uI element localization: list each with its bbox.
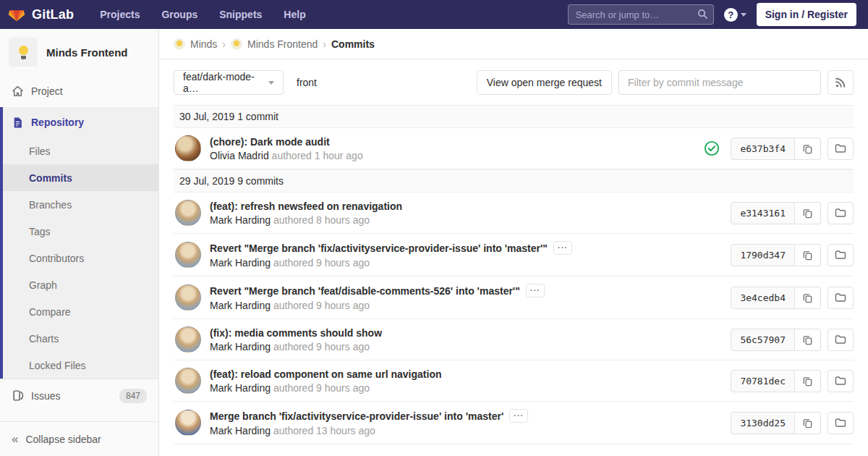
commit-time: authored 9 hours ago xyxy=(273,382,370,394)
avatar[interactable] xyxy=(175,135,201,161)
commit-sha: 1790d347 xyxy=(731,244,795,266)
commit-title[interactable]: (feat): refresh newsfeed on renavigation xyxy=(210,200,402,212)
commit-sha: 3e4cedb4 xyxy=(731,287,795,309)
signin-register-button[interactable]: Sign in / Register xyxy=(757,3,856,26)
sidebar-item-project[interactable]: Project xyxy=(0,75,158,107)
sidebar-item-compare[interactable]: Compare xyxy=(3,298,158,325)
browse-files-button[interactable] xyxy=(827,287,854,309)
copy-sha-button[interactable] xyxy=(795,370,821,392)
copy-sha-button[interactable] xyxy=(795,138,821,160)
rss-icon xyxy=(835,77,846,88)
copy-sha-button[interactable] xyxy=(795,329,821,351)
expand-commit-description-button[interactable]: ··· xyxy=(526,284,545,297)
chevron-down-icon xyxy=(268,81,274,85)
project-title: Minds Frontend xyxy=(46,46,128,59)
commit-title[interactable]: Revert "Merge branch 'feat/disable-comme… xyxy=(210,285,520,297)
brand-text: GitLab xyxy=(32,7,74,22)
folder-icon xyxy=(835,375,846,387)
browse-files-button[interactable] xyxy=(827,370,854,392)
avatar[interactable] xyxy=(175,326,201,352)
folder-icon xyxy=(835,143,846,154)
group-avatar xyxy=(174,38,185,50)
copy-sha-button[interactable] xyxy=(795,412,821,434)
browse-files-button[interactable] xyxy=(827,244,854,266)
project-avatar xyxy=(9,38,38,67)
commit-author[interactable]: Mark Harding xyxy=(210,300,271,311)
commit-title[interactable]: Merge branch 'fix/activityservice-provid… xyxy=(210,410,503,422)
copy-icon xyxy=(802,250,813,261)
sidebar-item-tags[interactable]: Tags xyxy=(3,218,158,245)
breadcrumb-separator: › xyxy=(222,38,226,50)
commit-author[interactable]: Mark Harding xyxy=(210,382,271,394)
browse-files-button[interactable] xyxy=(827,412,854,434)
commit-title[interactable]: (fix): media comments should show xyxy=(210,327,382,339)
breadcrumb-project[interactable]: Minds Frontend xyxy=(231,38,318,50)
branch-selector[interactable]: feat/dark-mode-a… xyxy=(174,70,284,95)
breadcrumb-group[interactable]: Minds xyxy=(174,38,217,50)
commit-author[interactable]: Mark Harding xyxy=(210,214,271,226)
sidebar-item-graph[interactable]: Graph xyxy=(3,271,158,298)
expand-commit-description-button[interactable]: ··· xyxy=(509,409,528,423)
expand-commit-description-button[interactable]: ··· xyxy=(553,241,572,255)
commit-sha: 56c57907 xyxy=(731,329,795,351)
commits-feed-button[interactable] xyxy=(827,70,854,95)
global-search xyxy=(568,4,714,25)
copy-icon xyxy=(802,292,813,303)
sidebar-item-files[interactable]: Files xyxy=(3,138,158,164)
folder-icon xyxy=(835,334,846,345)
commit-time: authored 13 hours ago xyxy=(273,425,375,436)
avatar[interactable] xyxy=(175,242,201,268)
help-menu[interactable]: ? xyxy=(724,8,746,22)
browse-files-button[interactable] xyxy=(827,138,854,160)
commit-author[interactable]: Mark Harding xyxy=(210,341,271,352)
nav-link-help[interactable]: Help xyxy=(275,0,314,29)
top-navbar: GitLab Projects Groups Snippets Help ? S… xyxy=(0,0,868,29)
nav-link-projects[interactable]: Projects xyxy=(91,0,148,29)
commit-date-header: 30 Jul, 2019 1 commit xyxy=(174,105,854,128)
sidebar-item-branches[interactable]: Branches xyxy=(3,191,158,218)
commit-title[interactable]: (chore): Dark mode audit xyxy=(210,136,330,148)
issues-icon xyxy=(12,389,24,402)
collapse-sidebar-button[interactable]: « Collapse sidebar xyxy=(0,421,158,456)
help-icon: ? xyxy=(724,8,738,22)
commit-filter-input[interactable] xyxy=(618,70,821,95)
commit-title[interactable]: (feat): reload component on same url nav… xyxy=(210,368,441,380)
copy-sha-button[interactable] xyxy=(795,287,821,309)
commit-sha: e3143161 xyxy=(731,202,795,224)
pipeline-passed-icon[interactable] xyxy=(704,140,720,156)
avatar[interactable] xyxy=(175,200,201,226)
gitlab-logo[interactable]: GitLab xyxy=(7,5,74,24)
copy-sha-button[interactable] xyxy=(795,244,821,266)
commit-row: (fix): media comments should show Mark H… xyxy=(174,319,854,360)
commit-row: (chore): Dark mode audit Olivia Madrid a… xyxy=(174,128,854,169)
nav-link-snippets[interactable]: Snippets xyxy=(210,0,271,29)
browse-files-button[interactable] xyxy=(827,202,854,224)
commit-title[interactable]: Revert "Merge branch 'fix/activityservic… xyxy=(210,242,548,254)
commit-author[interactable]: Olivia Madrid xyxy=(210,150,269,161)
sidebar-item-charts[interactable]: Charts xyxy=(3,325,158,352)
left-sidebar: Minds Frontend Project Repository Files … xyxy=(0,29,159,456)
sidebar-item-commits[interactable]: Commits xyxy=(3,164,158,191)
commit-author[interactable]: Mark Harding xyxy=(210,425,271,436)
avatar[interactable] xyxy=(175,284,201,311)
sidebar-item-locked-files[interactable]: Locked Files xyxy=(3,352,158,379)
view-open-merge-request-button[interactable]: View open merge request xyxy=(477,70,612,95)
search-icon xyxy=(697,9,708,20)
search-input[interactable] xyxy=(568,4,714,25)
commit-row: Revert "Merge branch 'fix/activityservic… xyxy=(174,234,854,276)
browse-files-button[interactable] xyxy=(827,329,854,351)
avatar[interactable] xyxy=(175,368,201,394)
commit-row: (feat): reload component on same url nav… xyxy=(174,360,854,402)
commit-time: authored 1 hour ago xyxy=(272,150,363,161)
avatar[interactable] xyxy=(175,410,201,436)
sidebar-item-issues[interactable]: Issues 847 xyxy=(0,379,158,412)
project-context-header[interactable]: Minds Frontend xyxy=(0,29,158,75)
commit-author[interactable]: Mark Harding xyxy=(210,257,271,269)
copy-sha-button[interactable] xyxy=(795,202,821,224)
commit-date-header: 29 Jul, 2019 9 commits xyxy=(174,169,854,193)
folder-icon xyxy=(835,207,846,219)
nav-link-groups[interactable]: Groups xyxy=(153,0,206,29)
commit-time: authored 9 hours ago xyxy=(273,341,370,352)
sidebar-item-contributors[interactable]: Contributors xyxy=(3,245,158,271)
sidebar-item-repository[interactable]: Repository xyxy=(3,107,158,138)
